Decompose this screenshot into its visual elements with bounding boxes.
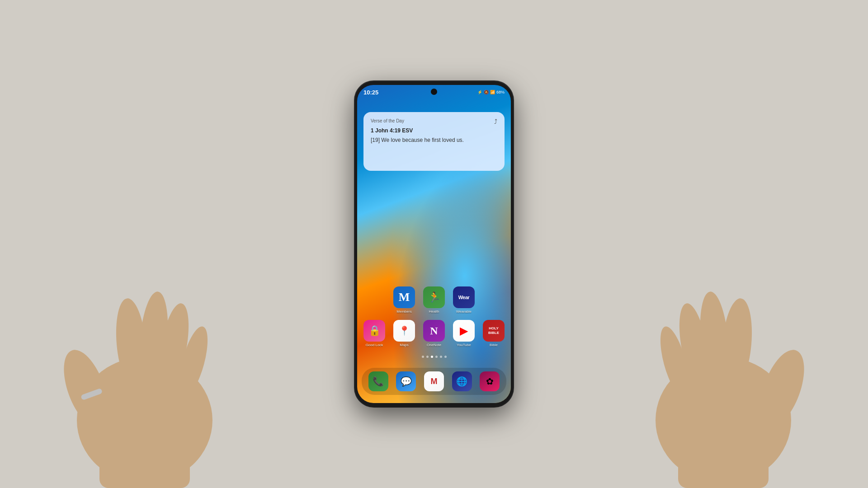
app-goodlock[interactable]: 🔒 Good Lock — [363, 320, 385, 347]
health-icon: 🏃 — [423, 286, 445, 308]
youtube-label: YouTube — [457, 343, 471, 347]
dock-browser[interactable]: 🌐 — [452, 371, 472, 391]
dock-phone-icon: 📞 — [368, 371, 388, 391]
wear-icon: Wear — [453, 286, 475, 308]
members-label: Members — [396, 310, 411, 314]
page-dot-4 — [435, 356, 438, 358]
app-onenote[interactable]: N OneNote — [423, 320, 445, 347]
verse-of-day-widget[interactable]: Verse of the Day ⤴ 1 John 4:19 ESV [19] … — [363, 112, 505, 171]
page-dot-3 — [431, 356, 433, 358]
dock: 📞 💬 M 🌐 ✿ — [362, 368, 506, 395]
page-dot-1 — [422, 356, 424, 358]
app-grid: M Members 🏃 Health Wear Wearable — [357, 286, 511, 353]
verse-reference: 1 John 4:19 ESV — [371, 127, 497, 134]
widget-header: Verse of the Day ⤴ — [371, 118, 497, 126]
health-label: Health — [429, 310, 439, 314]
app-health[interactable]: 🏃 Health — [423, 286, 445, 314]
volume-icon: 🔕 — [484, 90, 489, 94]
verse-text: [19] We love because he first loved us. — [371, 136, 497, 144]
page-dot-5 — [440, 356, 442, 358]
goodlock-label: Good Lock — [366, 343, 383, 347]
bluetooth-icon: ⚡ — [477, 90, 482, 94]
svg-rect-14 — [678, 443, 769, 488]
onenote-icon: N — [423, 320, 445, 342]
dock-browser-icon: 🌐 — [452, 371, 472, 391]
page-dot-2 — [426, 356, 429, 358]
app-maps[interactable]: 📍 Maps — [393, 320, 415, 347]
app-youtube[interactable]: ▶ YouTube — [453, 320, 475, 347]
page-indicators — [357, 356, 511, 358]
dock-gmail[interactable]: M — [424, 371, 444, 391]
page-dot-6 — [444, 356, 447, 358]
members-icon: M — [393, 286, 415, 308]
bible-label: Bible — [490, 343, 498, 347]
status-icons: ⚡ 🔕 📶 68% — [477, 90, 505, 94]
hand-left — [27, 262, 217, 488]
camera-notch — [431, 89, 437, 95]
dock-phone[interactable]: 📞 — [368, 371, 388, 391]
phone-screen: 10:25 ⚡ 🔕 📶 68% Verse of the Day ⤴ 1 Joh… — [357, 85, 511, 403]
maps-label: Maps — [400, 343, 409, 347]
goodlock-icon: 🔒 — [363, 320, 385, 342]
dock-messages-icon: 💬 — [396, 371, 416, 391]
hand-right — [651, 262, 841, 488]
dock-bixby[interactable]: ✿ — [480, 371, 500, 391]
status-time: 10:25 — [363, 89, 378, 96]
wear-label: Wearable — [456, 310, 472, 314]
battery-level: 68% — [496, 90, 505, 94]
app-row-1: M Members 🏃 Health Wear Wearable — [362, 286, 506, 314]
app-bible[interactable]: HOLYBIBLE Bible — [483, 320, 505, 347]
maps-icon: 📍 — [393, 320, 415, 342]
dock-gmail-icon: M — [424, 371, 444, 391]
app-members[interactable]: M Members — [393, 286, 415, 314]
bible-icon: HOLYBIBLE — [483, 320, 505, 342]
app-row-2: 🔒 Good Lock 📍 Maps N OneNote — [362, 320, 506, 347]
widget-label: Verse of the Day — [371, 118, 404, 123]
phone-device: 10:25 ⚡ 🔕 📶 68% Verse of the Day ⤴ 1 Joh… — [355, 81, 513, 407]
onenote-label: OneNote — [427, 343, 441, 347]
share-icon[interactable]: ⤴ — [494, 118, 497, 126]
dock-messages[interactable]: 💬 — [396, 371, 416, 391]
dock-bixby-icon: ✿ — [480, 371, 500, 391]
youtube-icon: ▶ — [453, 320, 475, 342]
signal-icon: 📶 — [490, 90, 495, 94]
svg-rect-7 — [99, 443, 190, 488]
app-wear[interactable]: Wear Wearable — [453, 286, 475, 314]
